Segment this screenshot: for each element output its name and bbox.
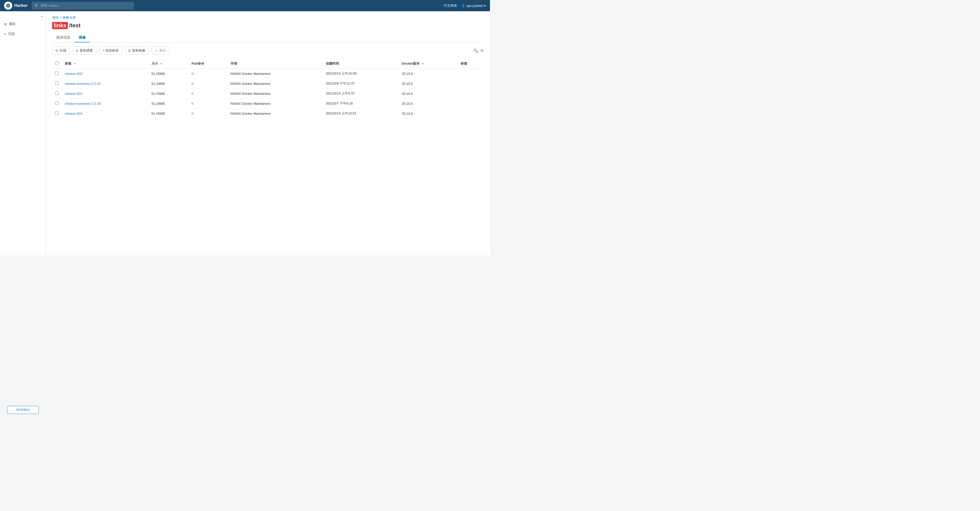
tab-description[interactable]: 描述信息 (52, 33, 75, 42)
mirrors-table: 标签 ▼ 大小 ▼ Pull命令 作者 创建时间 Docker版本 ▼ 标签 (52, 59, 484, 118)
app-name: Harbor (14, 3, 27, 8)
author-cell-2: NGINX Docker Maintainers (228, 89, 323, 99)
created-cell-4: 2021/5/14 上午10:51 (323, 109, 399, 118)
tag-link-2[interactable]: release-001 (65, 92, 83, 96)
tag-sort-icon[interactable]: ▼ (73, 62, 76, 65)
copy-mirror-icon: ⎘ (129, 49, 130, 53)
col-size: 大小 ▼ (148, 59, 188, 69)
copy-icon: ⎘ (76, 49, 78, 53)
title-suffix: /test (69, 22, 80, 29)
projects-icon: ⊞ (4, 22, 7, 26)
docker-version-cell-0: 20.10.6 (399, 69, 457, 79)
pull-copy-icon-0[interactable]: ⎘ (191, 72, 194, 76)
col-author: 作者 (228, 59, 323, 69)
svg-text:H: H (7, 4, 9, 7)
sidebar-item-projects[interactable]: ⊞ 项目 (0, 19, 46, 29)
extra-tag-cell-2 (458, 89, 484, 99)
row-checkbox-0[interactable] (55, 72, 59, 75)
row-checkbox-1[interactable] (55, 81, 59, 85)
toolbar: ⟳ 扫描 ⎘ 复制摘要 + 添加标签 ⎘ 复制镜像 ✕ 删除 🔍 ⟳ (52, 46, 484, 55)
created-cell-3: 2021/5/7 下午8:18 (323, 99, 399, 109)
author-cell-3: NGINX Docker Maintainers (228, 99, 323, 109)
extra-tag-cell-4 (458, 109, 484, 118)
sidebar-item-logs-label: 日志 (8, 32, 15, 36)
size-cell-1: 51.24MB (148, 79, 188, 89)
size-cell-4: 51.25MB (148, 109, 188, 118)
main-content: 项目 < 镜像仓库 linkx /test 描述信息 镜像 ⟳ 扫描 ⎘ 复制摘… (46, 11, 490, 256)
row-checkbox-2[interactable] (55, 91, 59, 95)
table-row: release-overseas-2.0.39 51.24MB ⎘ NGINX … (52, 99, 484, 109)
row-checkbox-4[interactable] (55, 112, 59, 115)
search-icon: 🔍 (35, 4, 39, 8)
breadcrumb-registry[interactable]: 镜像仓库 (62, 16, 76, 19)
size-sort-icon[interactable]: ▼ (160, 62, 163, 65)
docker-version-cell-4: 20.10.6 (399, 109, 457, 118)
created-cell-0: 2021/5/14 上午10:59 (323, 69, 399, 79)
docker-version-cell-1: 20.10.5 (399, 79, 457, 89)
user-menu[interactable]: 👤 ops-publish ▾ (461, 4, 486, 8)
col-created: 创建时间 (323, 59, 399, 69)
page-title: linkx /test (52, 22, 484, 29)
nav-right: 中文简体 👤 ops-publish ▾ (444, 3, 486, 8)
author-cell-4: NGINX Docker Maintainers (228, 109, 323, 118)
col-pull: Pull命令 (188, 59, 227, 69)
scan-icon: ⟳ (56, 49, 58, 53)
author-cell-1: NGINX Docker Maintainers (228, 79, 323, 89)
pull-copy-icon-1[interactable]: ⎘ (191, 82, 194, 86)
breadcrumb-projects[interactable]: 项目 (52, 16, 59, 19)
add-tag-button[interactable]: + 添加标签 (99, 46, 122, 55)
table-row: release-overseas-2.0.40 51.24MB ⎘ NGINX … (52, 79, 484, 89)
search-placeholder: 搜索 Harbor... (41, 3, 61, 8)
col-extra-tag: 标签 (458, 59, 484, 69)
app-logo[interactable]: H Harbor (4, 2, 27, 10)
sidebar-collapse-button[interactable]: « (0, 13, 46, 19)
breadcrumb: 项目 < 镜像仓库 (52, 15, 484, 20)
pull-copy-icon-2[interactable]: ⎘ (191, 92, 194, 96)
table-row: release-002 51.25MB ⎘ NGINX Docker Maint… (52, 69, 484, 79)
top-navigation: H Harbor 🔍 搜索 Harbor... 中文简体 👤 ops-publi… (0, 0, 490, 11)
select-all-checkbox[interactable] (55, 62, 59, 65)
size-cell-3: 51.24MB (148, 99, 188, 109)
copy-digest-button[interactable]: ⎘ 复制摘要 (73, 46, 96, 55)
delete-button[interactable]: ✕ 删除 (152, 46, 169, 55)
table-row: release-001 51.25MB ⎘ NGINX Docker Maint… (52, 89, 484, 99)
title-redacted-part: linkx (52, 22, 68, 29)
tag-link-4[interactable]: release-004 (65, 112, 83, 115)
search-button[interactable]: 🔍 (473, 48, 479, 53)
docker-version-cell-3: 20.10.5 (399, 99, 457, 109)
sidebar: « ⊞ 项目 ≡ 日志 API控制台 (0, 11, 46, 256)
pull-copy-icon-4[interactable]: ⎘ (191, 112, 194, 115)
size-cell-0: 51.25MB (148, 69, 188, 79)
col-docker: Docker版本 ▼ (399, 59, 457, 69)
sidebar-item-projects-label: 项目 (9, 22, 16, 26)
tab-mirrors[interactable]: 镜像 (75, 33, 90, 42)
docker-version-cell-2: 20.10.6 (399, 89, 457, 99)
docker-sort-icon[interactable]: ▼ (422, 62, 424, 65)
page-tabs: 描述信息 镜像 (52, 33, 484, 42)
tag-link-1[interactable]: release-overseas-2.0.40 (65, 82, 100, 86)
global-search[interactable]: 🔍 搜索 Harbor... (32, 2, 134, 10)
logo-icon: H (4, 2, 12, 10)
scan-button[interactable]: ⟳ 扫描 (52, 46, 70, 55)
language-selector[interactable]: 中文简体 (444, 3, 457, 8)
size-cell-2: 51.25MB (148, 89, 188, 99)
extra-tag-cell-0 (458, 69, 484, 79)
extra-tag-cell-3 (458, 99, 484, 109)
tag-link-3[interactable]: release-overseas-2.0.39 (65, 102, 100, 105)
created-cell-1: 2021/5/9 下午12:37 (323, 79, 399, 89)
col-tag: 标签 ▼ (62, 59, 148, 69)
created-cell-2: 2021/5/14 上午5:37 (323, 89, 399, 99)
extra-tag-cell-1 (458, 79, 484, 89)
tag-link-0[interactable]: release-002 (65, 72, 83, 76)
main-layout: « ⊞ 项目 ≡ 日志 API控制台 项目 < 镜像仓库 linkx /test… (0, 11, 490, 256)
copy-mirror-button[interactable]: ⎘ 复制镜像 (125, 46, 149, 55)
logs-icon: ≡ (4, 32, 6, 36)
table-row: release-004 51.25MB ⎘ NGINX Docker Maint… (52, 109, 484, 118)
delete-icon: ✕ (155, 49, 158, 53)
sidebar-item-logs[interactable]: ≡ 日志 (0, 29, 46, 38)
author-cell-0: NGINX Docker Maintainers (228, 69, 323, 79)
row-checkbox-3[interactable] (55, 101, 59, 105)
refresh-button[interactable]: ⟳ (480, 48, 484, 53)
toolbar-right: 🔍 ⟳ (473, 48, 484, 53)
pull-copy-icon-3[interactable]: ⎘ (191, 102, 194, 105)
